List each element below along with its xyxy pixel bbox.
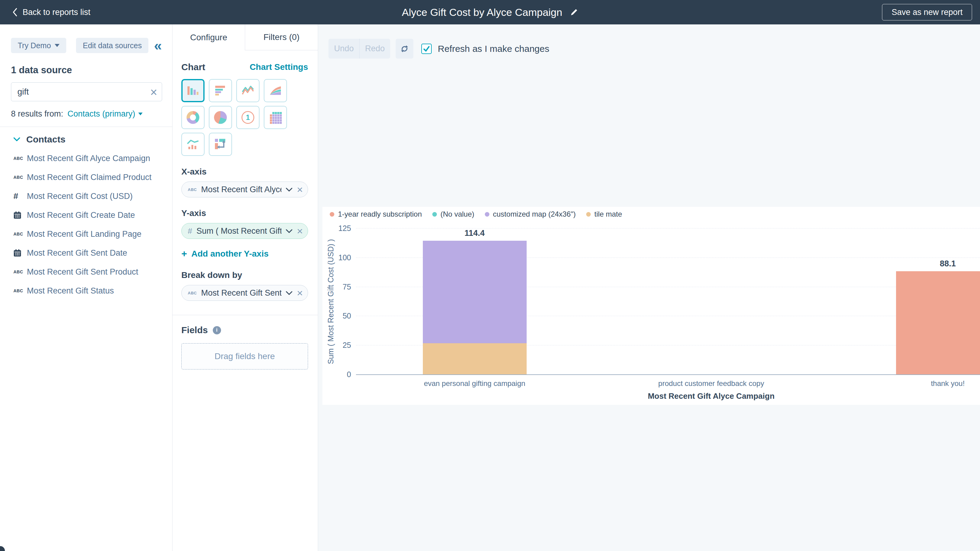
y-axis-title: Sum ( Most Recent Gift Cost (USD) ) bbox=[325, 228, 337, 375]
legend-item[interactable]: tile mate bbox=[586, 210, 622, 218]
legend-item[interactable]: (No value) bbox=[432, 210, 474, 218]
number-field-icon bbox=[13, 191, 27, 201]
y-tick-label: 100 bbox=[322, 253, 351, 262]
legend-label: tile mate bbox=[594, 210, 622, 218]
fields-heading: Fields bbox=[181, 325, 208, 335]
chevron-down-icon[interactable] bbox=[286, 291, 293, 295]
area-chart-icon bbox=[269, 84, 282, 97]
bar-value-label: 114.4 bbox=[444, 229, 505, 238]
chart-section-heading: Chart bbox=[181, 62, 205, 72]
legend-label: customized map (24x36") bbox=[493, 210, 576, 218]
break-down-label: Break down by bbox=[181, 270, 308, 280]
chevron-down-icon[interactable] bbox=[286, 187, 293, 192]
legend-item[interactable]: customized map (24x36") bbox=[485, 210, 576, 218]
break-down-field-value: Most Recent Gift Sent Product bbox=[201, 288, 282, 298]
field-item[interactable]: Most Recent Gift Sent Date bbox=[0, 243, 172, 262]
legend-label: (No value) bbox=[441, 210, 474, 218]
results-prefix: 8 results from: bbox=[11, 109, 63, 119]
drag-fields-dropzone[interactable]: Drag fields here bbox=[181, 343, 308, 370]
chevron-down-icon[interactable] bbox=[286, 229, 293, 233]
info-icon[interactable] bbox=[213, 326, 221, 334]
results-source-label: Contacts (primary) bbox=[67, 109, 135, 119]
undo-button[interactable]: Undo bbox=[328, 39, 360, 59]
legend-dot bbox=[330, 212, 334, 217]
collapse-sidebar-icon[interactable] bbox=[154, 38, 162, 52]
chart-legend: 1-year readly subscription(No value)cust… bbox=[330, 210, 622, 218]
drag-fields-placeholder: Drag fields here bbox=[215, 351, 275, 361]
chart-type-column-button[interactable] bbox=[181, 79, 205, 102]
chart-type-line-button[interactable] bbox=[236, 79, 259, 102]
chart-type-area-button[interactable] bbox=[264, 79, 287, 102]
bar-segment[interactable] bbox=[423, 343, 527, 374]
text-field-icon bbox=[188, 291, 197, 295]
chart-card: 1-year readly subscription(No value)cust… bbox=[322, 207, 980, 405]
y-tick-label: 25 bbox=[322, 341, 351, 349]
chart-type-pivot-button[interactable] bbox=[209, 133, 232, 156]
back-to-reports-link[interactable]: Back to reports list bbox=[12, 8, 91, 17]
chart-type-table-button[interactable] bbox=[264, 106, 287, 129]
legend-item[interactable]: 1-year readly subscription bbox=[330, 210, 422, 218]
y-tick-label: 125 bbox=[322, 224, 351, 233]
try-demo-button[interactable]: Try Demo bbox=[11, 38, 66, 53]
remove-break-down-icon[interactable] bbox=[297, 288, 303, 298]
clear-search-icon[interactable] bbox=[150, 86, 157, 99]
field-item[interactable]: Most Recent Gift Sent Product bbox=[0, 262, 172, 281]
divider bbox=[0, 127, 172, 127]
check-icon bbox=[423, 45, 430, 52]
results-source-dropdown[interactable]: Contacts (primary) bbox=[67, 109, 143, 119]
field-search-input[interactable] bbox=[11, 83, 162, 101]
report-canvas: Undo Redo Refresh as I make changes 1-ye… bbox=[318, 24, 980, 551]
text-field-icon bbox=[13, 269, 27, 274]
bar-chart-icon bbox=[214, 84, 227, 97]
pivot-chart-icon bbox=[214, 138, 227, 151]
field-item[interactable]: Most Recent Gift Cost (USD) bbox=[0, 187, 172, 206]
field-item[interactable]: Most Recent Gift Claimed Product bbox=[0, 168, 172, 187]
date-field-icon bbox=[13, 211, 27, 219]
save-as-new-report-button[interactable]: Save as new report bbox=[882, 4, 972, 21]
tab-configure[interactable]: Configure bbox=[172, 24, 245, 50]
text-field-icon bbox=[13, 175, 27, 180]
plus-icon bbox=[181, 248, 187, 259]
field-item[interactable]: Most Recent Gift Status bbox=[0, 281, 172, 300]
edit-pencil-icon[interactable] bbox=[570, 8, 578, 16]
refresh-checkbox[interactable] bbox=[421, 44, 432, 54]
x-axis-field-pill[interactable]: Most Recent Gift Alyce Cam... bbox=[181, 181, 308, 197]
field-item-label: Most Recent Gift Alyce Campaign bbox=[27, 154, 150, 163]
field-item[interactable]: Most Recent Gift Create Date bbox=[0, 206, 172, 225]
y-tick-label: 50 bbox=[322, 311, 351, 320]
bar-value-label: 88.1 bbox=[917, 259, 978, 268]
bar-segment[interactable] bbox=[896, 271, 980, 374]
field-item[interactable]: Most Recent Gift Alyce Campaign bbox=[0, 149, 172, 168]
number-field-icon bbox=[188, 226, 192, 236]
contacts-group-header[interactable]: Contacts bbox=[13, 134, 161, 144]
field-item[interactable]: Most Recent Gift Landing Page bbox=[0, 225, 172, 243]
line-chart-icon bbox=[241, 84, 255, 97]
table-chart-icon bbox=[269, 111, 282, 124]
refresh-icon bbox=[399, 44, 410, 54]
x-axis-line bbox=[356, 374, 980, 375]
chart-type-donut-button[interactable] bbox=[181, 106, 205, 129]
group-name: Contacts bbox=[26, 134, 65, 144]
remove-x-axis-icon[interactable] bbox=[297, 184, 303, 195]
tab-filters[interactable]: Filters (0) bbox=[245, 24, 318, 50]
chart-type-pie-button[interactable] bbox=[209, 106, 232, 129]
data-source-count: 1 data source bbox=[11, 65, 161, 76]
combination-chart-icon bbox=[186, 138, 200, 151]
refresh-button[interactable] bbox=[396, 39, 414, 59]
chart-type-single-value-button[interactable] bbox=[236, 106, 259, 129]
bar-segment[interactable] bbox=[423, 241, 527, 343]
x-axis-label: X-axis bbox=[181, 167, 308, 177]
field-item-label: Most Recent Gift Sent Date bbox=[27, 248, 127, 258]
chart-settings-link[interactable]: Chart Settings bbox=[250, 62, 308, 72]
pie-chart-icon bbox=[214, 111, 227, 124]
add-another-y-axis-link[interactable]: Add another Y-axis bbox=[181, 248, 308, 259]
chart-type-combination-button[interactable] bbox=[181, 133, 205, 156]
configure-panel: Configure Filters (0) Chart Chart Settin… bbox=[172, 24, 318, 551]
y-axis-field-pill[interactable]: Sum ( Most Recent Gift Cost ... bbox=[181, 223, 308, 239]
edit-data-sources-button[interactable]: Edit data sources bbox=[76, 38, 148, 53]
redo-button[interactable]: Redo bbox=[360, 39, 390, 59]
break-down-field-pill[interactable]: Most Recent Gift Sent Product bbox=[181, 285, 308, 301]
remove-y-axis-icon[interactable] bbox=[297, 226, 303, 236]
chart-type-bar-button[interactable] bbox=[209, 79, 232, 102]
add-y-axis-label: Add another Y-axis bbox=[191, 249, 269, 259]
